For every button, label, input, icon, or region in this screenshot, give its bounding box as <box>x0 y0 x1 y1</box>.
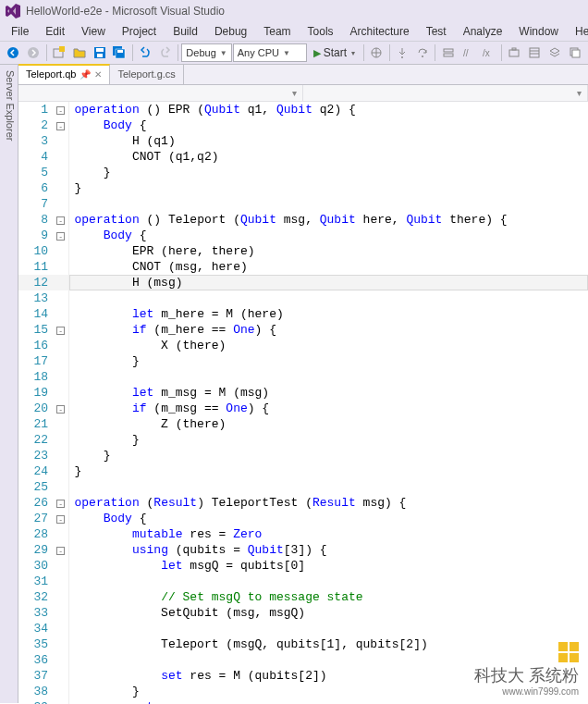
code-line[interactable]: 18 <box>18 369 588 385</box>
code-text[interactable]: let m_here = M (here) <box>68 306 588 322</box>
nav-fwd-button[interactable] <box>24 43 43 63</box>
code-text[interactable]: } <box>68 165 588 180</box>
save-all-button[interactable] <box>110 43 129 63</box>
step-over-button[interactable] <box>413 43 433 63</box>
toolbox-button[interactable] <box>505 43 524 63</box>
code-line[interactable]: 16 X (there) <box>18 338 588 353</box>
menu-architecture[interactable]: Architecture <box>343 23 417 40</box>
tab-teleport-g-cs[interactable]: Teleport.g.cs <box>110 64 183 84</box>
menu-file[interactable]: File <box>4 23 36 40</box>
fold-toggle-icon[interactable]: - <box>56 547 65 555</box>
code-text[interactable]: H (msg) <box>68 275 588 290</box>
code-line[interactable]: 33 SetQubit (msg, msgQ) <box>18 605 588 621</box>
code-line[interactable]: 8-operation () Teleport (Qubit msg, Qubi… <box>18 212 588 228</box>
solution-config-combo[interactable]: Debug▼ <box>181 43 231 62</box>
code-line[interactable]: 37 set res = M (qubits[2]) <box>18 668 588 684</box>
menu-test[interactable]: Test <box>419 23 454 40</box>
fold-toggle-icon[interactable]: - <box>56 515 65 524</box>
code-text[interactable]: Body { <box>68 511 588 526</box>
tab-teleport-qb[interactable]: Teleport.qb📌✕ <box>18 64 110 84</box>
code-line[interactable]: 34 <box>18 621 588 636</box>
code-text[interactable]: } <box>68 180 588 196</box>
close-icon[interactable]: ✕ <box>94 69 102 80</box>
menu-build[interactable]: Build <box>165 23 205 40</box>
code-line[interactable]: 25 <box>18 479 588 495</box>
code-text[interactable]: } <box>68 432 588 448</box>
code-line[interactable]: 22 } <box>18 432 588 448</box>
code-line[interactable]: 13 <box>18 290 588 306</box>
find-button[interactable] <box>438 43 458 63</box>
fold-toggle-icon[interactable]: - <box>56 327 65 335</box>
code-text[interactable]: Body { <box>68 117 588 133</box>
code-text[interactable]: X (there) <box>68 338 588 353</box>
new-project-button[interactable] <box>50 43 69 63</box>
code-line[interactable]: 27- Body { <box>18 511 588 526</box>
open-file-button[interactable] <box>69 43 89 63</box>
code-text[interactable]: SetQubit (msg, msgQ) <box>68 605 588 621</box>
code-line[interactable]: 2- Body { <box>18 117 588 133</box>
code-text[interactable]: operation () EPR (Qubit q1, Qubit q2) { <box>68 102 588 117</box>
code-text[interactable]: let m_msg = M (msg) <box>68 385 588 401</box>
menu-analyze[interactable]: Analyze <box>456 23 510 40</box>
menu-view[interactable]: View <box>74 23 113 40</box>
code-text[interactable] <box>68 652 588 668</box>
code-line[interactable]: 7 <box>18 196 588 212</box>
new-window-button[interactable] <box>565 43 584 63</box>
code-line[interactable]: 12 H (msg) <box>18 275 588 290</box>
fold-toggle-icon[interactable]: - <box>56 405 65 414</box>
code-text[interactable]: Z (there) <box>68 416 588 432</box>
code-line[interactable]: 28 mutable res = Zero <box>18 526 588 542</box>
code-line[interactable]: 38 } <box>18 684 588 699</box>
code-text[interactable]: CNOT (q1,q2) <box>68 149 588 165</box>
code-text[interactable]: set res = M (qubits[2]) <box>68 668 588 684</box>
code-line[interactable]: 9- Body { <box>18 228 588 243</box>
code-line[interactable]: 29- using (qubits = Qubit[3]) { <box>18 542 588 558</box>
start-debug-button[interactable]: ▶Start▾ <box>308 46 361 59</box>
code-text[interactable]: CNOT (msg, here) <box>68 259 588 275</box>
code-line[interactable]: 14 let m_here = M (here) <box>18 306 588 322</box>
comment-button[interactable]: // <box>459 43 478 63</box>
code-text[interactable]: } <box>68 448 588 463</box>
menu-tools[interactable]: Tools <box>300 23 341 40</box>
code-line[interactable]: 26-operation (Result) TeleportTest (Resu… <box>18 495 588 511</box>
code-text[interactable]: if (m_here == One) { <box>68 322 588 338</box>
code-text[interactable]: EPR (here, there) <box>68 243 588 259</box>
code-editor[interactable]: 1-operation () EPR (Qubit q1, Qubit q2) … <box>18 102 588 704</box>
code-line[interactable]: 10 EPR (here, there) <box>18 243 588 259</box>
side-tab-server-explorer[interactable]: Server Explorer <box>5 70 16 698</box>
layers-button[interactable] <box>545 43 564 63</box>
nav-scope-combo[interactable]: ▾ <box>18 85 303 101</box>
save-button[interactable] <box>90 43 109 63</box>
properties-button[interactable] <box>525 43 545 63</box>
uncomment-button[interactable]: /x <box>479 43 498 63</box>
code-text[interactable]: } <box>68 684 588 699</box>
code-text[interactable]: } <box>68 353 588 369</box>
undo-button[interactable] <box>136 43 155 63</box>
menu-debug[interactable]: Debug <box>207 23 254 40</box>
code-text[interactable]: // Set msgQ to message state <box>68 589 588 605</box>
code-line[interactable]: 3 H (q1) <box>18 133 588 149</box>
code-line[interactable]: 36 <box>18 652 588 668</box>
pin-icon[interactable]: 📌 <box>80 69 91 80</box>
code-line[interactable]: 20- if (m_msg == One) { <box>18 401 588 416</box>
code-line[interactable]: 39 return res <box>18 699 588 704</box>
code-line[interactable]: 23 } <box>18 448 588 463</box>
code-text[interactable] <box>68 574 588 589</box>
menu-help[interactable]: Help <box>568 23 588 40</box>
code-text[interactable]: Body { <box>68 228 588 243</box>
code-text[interactable]: H (q1) <box>68 133 588 149</box>
code-text[interactable]: return res <box>68 699 588 704</box>
code-line[interactable]: 32 // Set msgQ to message state <box>18 589 588 605</box>
fold-toggle-icon[interactable]: - <box>56 232 65 241</box>
solution-platform-combo[interactable]: Any CPU▼ <box>233 43 307 62</box>
code-line[interactable]: 5 } <box>18 165 588 180</box>
code-text[interactable] <box>68 479 588 495</box>
code-text[interactable] <box>68 196 588 212</box>
nav-member-combo[interactable]: ▾ <box>303 85 588 101</box>
code-line[interactable]: 31 <box>18 574 588 589</box>
fold-toggle-icon[interactable]: - <box>56 106 65 115</box>
step-into-button[interactable] <box>393 43 412 63</box>
code-line[interactable]: 21 Z (there) <box>18 416 588 432</box>
code-line[interactable]: 17 } <box>18 353 588 369</box>
browser-link-button[interactable] <box>367 43 386 63</box>
